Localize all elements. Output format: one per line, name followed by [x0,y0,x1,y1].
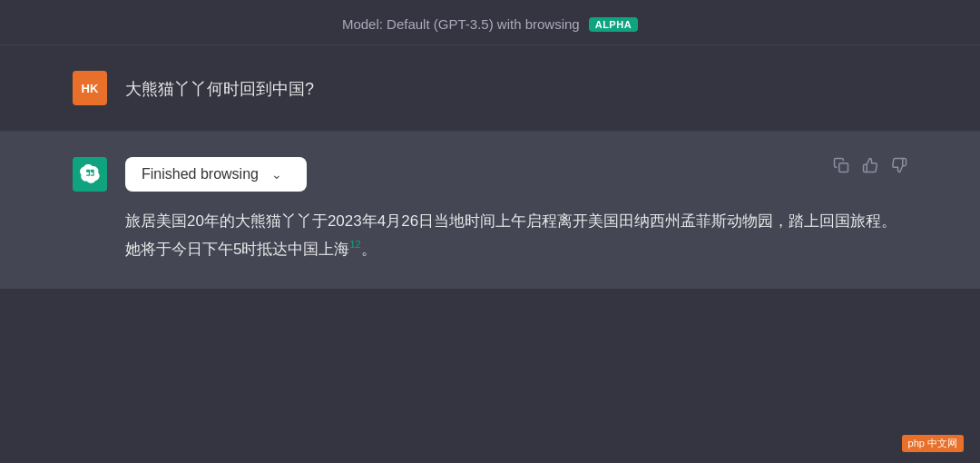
assistant-response: 旅居美国20年的大熊猫丫丫于2023年4月26日当地时间上午启程离开美国田纳西州… [125,208,907,263]
citation: 12 [349,239,360,250]
header: Model: Default (GPT-3.5) with browsing A… [0,0,980,44]
chevron-down-icon: ⌄ [271,167,282,182]
assistant-content: Finished browsing ⌄ 旅居美国20年的大熊猫丫丫于2023年4… [125,157,907,263]
copy-icon[interactable] [833,157,849,173]
response-text: 旅居美国20年的大熊猫丫丫于2023年4月26日当地时间上午启程离开美国田纳西州… [125,212,897,258]
browsing-label: Finished browsing [142,166,259,182]
user-message: HK 大熊猫丫丫何时回到中国? [0,45,980,131]
thumbs-up-icon[interactable] [862,157,878,173]
assistant-message: Finished browsing ⌄ 旅居美国20年的大熊猫丫丫于2023年4… [0,132,980,289]
svg-rect-0 [839,163,848,172]
period: 。 [361,241,377,258]
thumbs-down-icon[interactable] [891,157,907,173]
watermark: php 中文网 [902,435,964,452]
alpha-badge: ALPHA [589,17,638,32]
model-title: Model: Default (GPT-3.5) with browsing [342,16,580,32]
user-text: 大熊猫丫丫何时回到中国? [125,71,314,103]
action-icons [833,157,907,173]
assistant-avatar [73,157,107,192]
browsing-pill[interactable]: Finished browsing ⌄ [125,157,307,192]
user-avatar: HK [73,71,107,105]
